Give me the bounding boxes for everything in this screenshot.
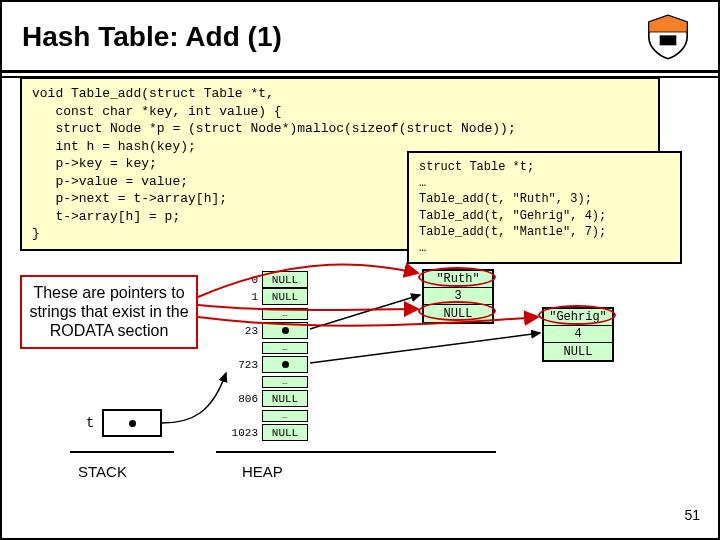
bucket-cell: NULL bbox=[262, 271, 308, 288]
bucket-cell-ptr bbox=[262, 356, 308, 373]
node-value: 4 bbox=[544, 326, 612, 343]
stack-var-label: t bbox=[86, 415, 94, 431]
bucket-cell: NULL bbox=[262, 288, 308, 305]
heap-separator bbox=[216, 451, 496, 453]
bucket-index: 806 bbox=[230, 393, 262, 405]
bucket-index: 0 bbox=[230, 274, 262, 286]
pointer-dot-icon bbox=[282, 361, 289, 368]
slide: Hash Table: Add (1) void Table_add(struc… bbox=[0, 0, 720, 540]
bucket-index: 1023 bbox=[230, 427, 262, 439]
highlight-oval-icon bbox=[418, 301, 496, 321]
bucket-ellipsis: … bbox=[262, 410, 308, 422]
bucket-index: 723 bbox=[230, 359, 262, 371]
stack-separator bbox=[70, 451, 174, 453]
bucket-ellipsis: … bbox=[262, 342, 308, 354]
hash-array: 0NULL 1NULL … 23 … 723 … 806NULL … 1023N… bbox=[230, 271, 308, 441]
princeton-crest-icon bbox=[638, 12, 698, 62]
highlight-oval-icon bbox=[418, 267, 496, 287]
bucket-ellipsis: … bbox=[262, 376, 308, 388]
bucket-cell-ptr bbox=[262, 322, 308, 339]
pointer-dot-icon bbox=[282, 327, 289, 334]
pointer-dot-icon bbox=[129, 420, 136, 427]
stack-var-box bbox=[102, 409, 162, 437]
highlight-oval-icon bbox=[538, 305, 616, 325]
code-calls: struct Table *t; … Table_add(t, "Ruth", … bbox=[407, 151, 682, 264]
slide-title: Hash Table: Add (1) bbox=[22, 21, 282, 53]
bucket-index: 23 bbox=[230, 325, 262, 337]
heap-label: HEAP bbox=[242, 463, 283, 480]
node-next: NULL bbox=[544, 343, 612, 360]
annotation-box: These are pointers to strings that exist… bbox=[20, 275, 198, 349]
stack-label: STACK bbox=[78, 463, 127, 480]
svg-rect-0 bbox=[660, 35, 677, 45]
page-number: 51 bbox=[684, 507, 700, 523]
bucket-cell: NULL bbox=[262, 424, 308, 441]
title-bar: Hash Table: Add (1) bbox=[2, 2, 718, 73]
content-area: void Table_add(struct Table *t, const ch… bbox=[2, 73, 718, 533]
bucket-index: 1 bbox=[230, 291, 262, 303]
bucket-ellipsis: … bbox=[262, 308, 308, 320]
bucket-cell: NULL bbox=[262, 390, 308, 407]
